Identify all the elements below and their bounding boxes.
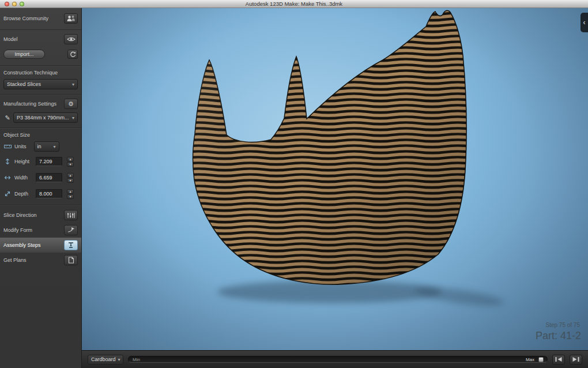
height-row: Height 7.209 ▴ ▾ [0, 153, 81, 170]
material-dropdown[interactable]: Cardboard ▾ [88, 355, 123, 365]
document-icon [68, 257, 74, 264]
depth-increment-button[interactable]: ▴ [67, 189, 74, 194]
part-label: Part: 41-2 [536, 330, 581, 342]
assembly-steps-button[interactable] [64, 240, 78, 250]
collapse-panel-tab[interactable]: ‹ [581, 13, 588, 32]
assembly-steps-row[interactable]: Assembly Steps [0, 238, 81, 253]
depth-field[interactable]: 8.000 [36, 189, 62, 198]
close-window-button[interactable] [5, 2, 9, 6]
previous-step-button[interactable] [552, 355, 565, 365]
pencil-icon[interactable]: ✎ [3, 114, 12, 122]
zoom-window-button[interactable] [20, 2, 24, 6]
height-decrement-button[interactable]: ▾ [67, 162, 74, 167]
height-label: Height [14, 159, 31, 164]
browse-community-button[interactable] [64, 13, 78, 24]
slice-direction-icon [67, 212, 75, 219]
assembly-playback-bar: Cardboard ▾ Min Max [82, 350, 588, 368]
units-dropdown[interactable]: in ▾ [34, 141, 59, 152]
model-row: Model [0, 32, 81, 46]
chevron-down-icon: ▾ [54, 144, 56, 149]
manufacturing-settings-button[interactable]: ⚙ [64, 99, 78, 109]
import-button[interactable]: Import... [3, 50, 45, 59]
import-row: Import... [0, 46, 81, 62]
width-row: Width 6.659 ▴ ▾ [0, 170, 81, 186]
step-slider-thumb[interactable] [538, 357, 544, 362]
gear-icon: ⚙ [68, 101, 74, 107]
technique-value: Stacked Slices [7, 81, 41, 87]
modify-form-icon [67, 227, 75, 234]
depth-decrement-button[interactable]: ▾ [67, 194, 74, 199]
get-plans-button[interactable] [64, 255, 78, 265]
chevron-down-icon: ▾ [72, 82, 74, 87]
browse-community-label: Browse Community [3, 16, 48, 21]
slice-direction-button[interactable] [64, 210, 78, 220]
depth-row: Depth 8.000 ▴ ▾ [0, 186, 81, 202]
next-step-button[interactable] [570, 355, 582, 365]
app-window: Autodesk 123D Make: Make This..3dmk Brow… [0, 0, 588, 368]
chevron-down-icon: ▾ [118, 357, 120, 362]
skip-back-icon [555, 356, 563, 362]
width-increment-button[interactable]: ▴ [67, 173, 74, 178]
ruler-icon [3, 142, 12, 151]
width-label: Width [14, 175, 31, 181]
slider-min-label: Min [133, 357, 140, 362]
divider [0, 94, 81, 95]
assembly-steps-icon [67, 242, 74, 249]
divider [0, 127, 81, 129]
depth-label: Depth [14, 191, 31, 197]
construction-technique-row: Construction Technique [0, 68, 81, 77]
height-increment-button[interactable]: ▴ [67, 157, 74, 162]
sheet-size-row: ✎ P3 384mm x 790mm... ▾ [0, 111, 81, 125]
modify-form-label: Modify Form [3, 227, 32, 233]
get-plans-label: Get Plans [3, 257, 27, 263]
viewport[interactable]: ‹ Step 75 of 75 Part: 41-2 [82, 8, 588, 350]
reload-model-button[interactable] [67, 50, 78, 59]
object-size-row: Object Size [0, 130, 81, 140]
units-value: in [37, 144, 42, 149]
technique-select-row: Stacked Slices ▾ [0, 77, 81, 91]
manufacturing-settings-row: Manufacturing Settings ⚙ [0, 97, 81, 111]
slice-direction-row[interactable]: Slice Direction [0, 208, 81, 223]
object-size-label: Object Size [3, 132, 30, 138]
sheet-size-value: P3 384mm x 790mm... [17, 115, 69, 121]
height-stepper: ▴ ▾ [67, 157, 74, 167]
modify-form-row[interactable]: Modify Form [0, 223, 81, 238]
model-rhino [193, 10, 466, 284]
get-plans-row[interactable]: Get Plans [0, 253, 81, 268]
width-stepper: ▴ ▾ [67, 173, 74, 183]
step-indicator: Step 75 of 75 [546, 322, 581, 328]
minimize-window-button[interactable] [12, 2, 17, 6]
step-slider[interactable]: Min Max [128, 356, 548, 363]
depth-dimension-icon [3, 190, 12, 198]
material-value: Cardboard [91, 356, 116, 362]
eye-icon [67, 36, 76, 42]
divider [0, 205, 81, 206]
model-label: Model [3, 36, 18, 42]
technique-dropdown[interactable]: Stacked Slices ▾ [3, 79, 78, 89]
slider-max-label: Max [526, 357, 534, 362]
width-decrement-button[interactable]: ▾ [67, 178, 74, 183]
divider [0, 29, 81, 31]
chevron-down-icon: ▾ [72, 115, 74, 121]
width-dimension-icon [3, 174, 12, 182]
units-label: Units [14, 144, 27, 149]
units-row: Units in ▾ [0, 140, 81, 153]
show-hide-model-button[interactable] [64, 34, 78, 44]
manufacturing-settings-label: Manufacturing Settings [3, 101, 56, 107]
window-controls [5, 2, 24, 6]
skip-forward-icon [572, 356, 580, 362]
sidebar: Browse Community Model Import. [0, 8, 82, 368]
width-field[interactable]: 6.659 [36, 173, 62, 182]
refresh-icon [70, 51, 76, 58]
sheet-size-dropdown[interactable]: P3 384mm x 790mm... ▾ [13, 112, 78, 123]
height-dimension-icon [3, 157, 12, 166]
divider [0, 65, 81, 66]
rhino-model-svg [82, 8, 588, 350]
height-field[interactable]: 7.209 [36, 157, 62, 166]
modify-form-button[interactable] [64, 225, 78, 235]
depth-stepper: ▴ ▾ [67, 189, 74, 199]
window-title: Autodesk 123D Make: Make This..3dmk [246, 1, 342, 7]
slice-direction-label: Slice Direction [3, 212, 37, 218]
assembly-steps-label: Assembly Steps [3, 242, 41, 248]
browse-community-row: Browse Community [0, 8, 81, 27]
